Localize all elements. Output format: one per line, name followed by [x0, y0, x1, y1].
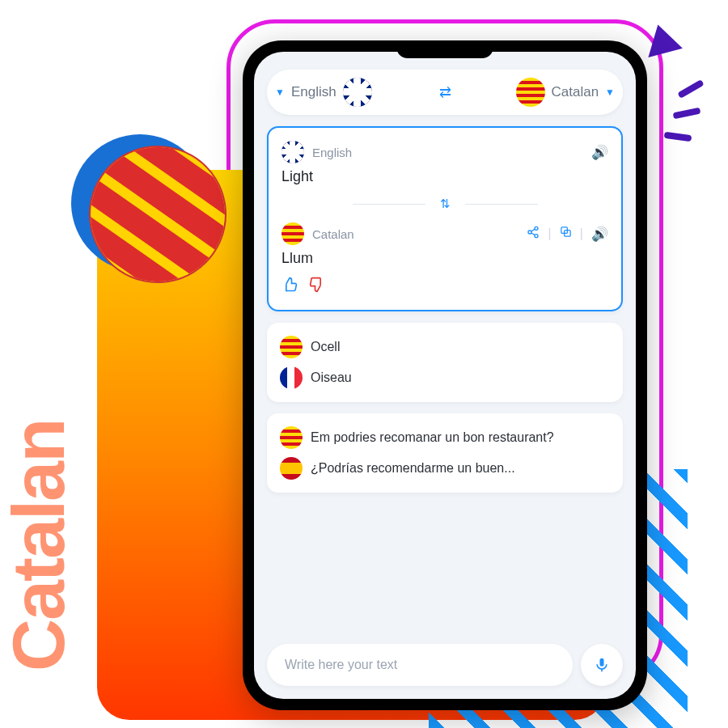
catalan-flag-icon [516, 78, 545, 107]
svg-point-2 [535, 234, 538, 237]
swap-languages-button[interactable]: ⇄ [439, 83, 451, 101]
source-text: Light [281, 168, 608, 185]
spain-flag-icon [280, 457, 303, 480]
catalan-flag-icon [280, 426, 303, 449]
separator: | [548, 226, 551, 242]
history-item[interactable]: Ocell Oiseau [267, 323, 623, 402]
dash-accent [673, 108, 701, 120]
copy-button[interactable] [560, 226, 572, 242]
chevron-down-icon: ▼ [275, 87, 285, 98]
dash-accent [664, 132, 692, 142]
history-item[interactable]: Em podries recomanar un bon restaurant? … [267, 413, 623, 493]
svg-point-1 [528, 231, 531, 234]
share-button[interactable] [527, 226, 540, 243]
source-lang-label: English [312, 146, 352, 159]
uk-flag-icon [343, 78, 372, 107]
thumbs-down-button[interactable] [309, 277, 325, 297]
catalan-flag-icon [281, 222, 304, 245]
svg-line-3 [531, 229, 535, 231]
chevron-down-icon: ▼ [605, 87, 615, 98]
catalan-flag-icon [280, 336, 303, 358]
feedback-row [281, 277, 608, 297]
svg-line-4 [531, 233, 535, 235]
input-bar: Write here your text [267, 644, 623, 686]
app-screen: ▼ English ⇄ Catalan ▼ English 🔊 Light [254, 52, 636, 699]
svg-point-0 [535, 226, 538, 230]
card-swap[interactable]: ⇅ [281, 197, 608, 211]
language-bar: ▼ English ⇄ Catalan ▼ [267, 70, 623, 115]
phone-notch [396, 40, 493, 58]
speak-target-button[interactable]: 🔊 [591, 226, 608, 243]
translation-card: English 🔊 Light ⇅ Catalan | [267, 126, 623, 311]
dash-accent [677, 79, 704, 99]
target-language-select[interactable]: Catalan ▼ [456, 78, 616, 107]
history-source-text: Ocell [311, 340, 340, 354]
phone-frame: ▼ English ⇄ Catalan ▼ English 🔊 Light [243, 40, 647, 710]
speak-source-button[interactable]: 🔊 [591, 144, 608, 161]
text-input[interactable]: Write here your text [267, 644, 573, 686]
divider-line [353, 204, 425, 205]
history-target-text: ¿Podrías recomendarme un buen... [311, 461, 515, 476]
input-placeholder: Write here your text [285, 658, 397, 672]
source-language-select[interactable]: ▼ English [275, 78, 434, 107]
separator: | [580, 226, 583, 242]
history-source-text: Em podries recomanar un bon restaurant? [311, 430, 554, 445]
target-lang-label: Catalan [312, 227, 354, 241]
background-label: Catalan [0, 420, 81, 671]
swap-vertical-icon: ⇅ [440, 197, 451, 211]
divider-line [465, 204, 538, 205]
target-text: Llum [281, 250, 608, 267]
target-language-label: Catalan [552, 84, 599, 100]
microphone-button[interactable] [581, 644, 623, 686]
history-target-text: Oiseau [311, 370, 352, 385]
source-language-label: English [291, 84, 336, 100]
triangle-accent [641, 20, 683, 57]
uk-flag-icon [281, 141, 304, 163]
thumbs-up-button[interactable] [281, 277, 298, 297]
france-flag-icon [280, 366, 303, 389]
